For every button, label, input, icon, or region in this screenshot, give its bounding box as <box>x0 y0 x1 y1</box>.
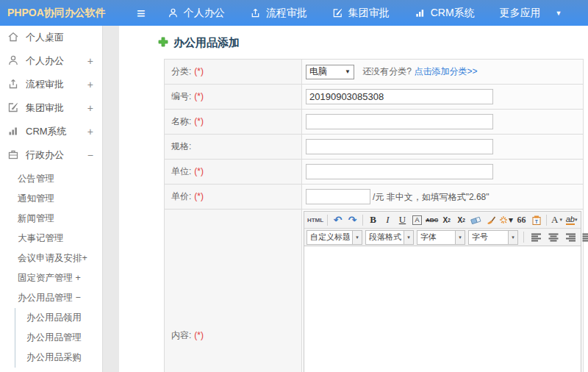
sidebar-item-personal-office[interactable]: 个人办公 + <box>0 49 102 73</box>
remove-format-button[interactable] <box>469 213 483 227</box>
nav-label: CRM系统 <box>431 7 475 20</box>
form-row-unit: 单位:(*) <box>165 160 584 185</box>
paragraph-format-select[interactable]: 段落格式▾ <box>365 230 414 245</box>
underline-button[interactable]: U <box>395 213 409 227</box>
font-color-button[interactable]: A▾ <box>550 213 564 227</box>
price-input[interactable] <box>306 189 370 204</box>
sidebar-item-admin-office[interactable]: 行政办公 − <box>0 143 102 167</box>
nav-workflow-approval[interactable]: 流程审批 <box>250 7 307 20</box>
price-format-hint: /元 非中文，如填写格式"2.68" <box>373 192 490 202</box>
nav-personal-office[interactable]: 个人办公 <box>168 7 225 20</box>
nav-group-approval[interactable]: 集团审批 <box>332 7 390 20</box>
bold-button[interactable]: B <box>366 213 380 227</box>
add-category-link[interactable]: 点击添加分类>> <box>414 66 477 76</box>
main-content: 办公用品添加 分类:(*) 电脑 ▼ 还没有分类? 点击添加分类>> 编号:(*… <box>119 26 588 372</box>
sidebar-item-notice-mgmt[interactable]: 通知管理 <box>18 189 102 209</box>
chart-icon <box>7 125 19 139</box>
paste-text-button[interactable]: T <box>529 213 543 227</box>
form-row-code: 编号:(*) <box>165 85 584 110</box>
expand-icon[interactable]: + <box>87 126 93 137</box>
undo-button[interactable]: ↶ <box>331 213 345 227</box>
category-select[interactable]: 电脑 ▼ <box>306 65 354 79</box>
required-mark: (*) <box>194 330 204 340</box>
home-icon <box>7 31 19 45</box>
superscript-button[interactable]: X2 <box>440 213 453 227</box>
sidebar-item-fixed-assets-mgmt[interactable]: 固定资产管理 + <box>18 268 102 288</box>
custom-title-select[interactable]: 自定义标题▾ <box>306 230 362 245</box>
highlight-glyph: ab <box>566 215 575 225</box>
sidebar-item-crm-system[interactable]: CRM系统 + <box>0 120 102 143</box>
category-selected-value: 电脑 <box>309 65 327 78</box>
sidebar-item-supplies-manage[interactable]: 办公用品管理 <box>26 328 102 348</box>
italic-button[interactable]: I <box>381 213 395 227</box>
required-mark: (*) <box>194 66 204 76</box>
menu-toggle-icon[interactable]: ≡ <box>137 6 146 21</box>
sidebar-item-supplies-purchase[interactable]: 办公用品采购 <box>26 348 102 368</box>
strikethrough-button[interactable]: ABC <box>425 213 439 227</box>
align-center-button[interactable] <box>546 230 560 244</box>
align-justify-button[interactable] <box>580 230 588 244</box>
subscript-button[interactable]: X2 <box>454 213 468 227</box>
align-left-button[interactable] <box>529 230 543 244</box>
expand-icon[interactable]: + <box>87 55 93 67</box>
sup-mark: 2 <box>448 218 451 223</box>
spec-input[interactable] <box>306 139 493 154</box>
collapse-icon[interactable]: − <box>87 149 93 161</box>
edit-icon <box>332 7 343 18</box>
caret-down-icon: ▾ <box>575 217 578 223</box>
caret-down-icon: ▼ <box>345 68 351 75</box>
sidebar-item-office-supplies-mgmt[interactable]: 办公用品管理 − <box>18 288 102 308</box>
sidebar-item-memorabilia-mgmt[interactable]: 大事记管理 <box>18 229 102 248</box>
sub-mark: 2 <box>462 218 465 223</box>
font-size-select[interactable]: 字号▾ <box>468 230 518 245</box>
nav-more-apps[interactable]: 更多应用 <box>500 7 541 20</box>
editor-content-area[interactable] <box>304 246 581 372</box>
required-mark: (*) <box>194 116 204 126</box>
field-label: 规格: <box>171 141 191 151</box>
auto-typeset-button[interactable]: ▾ <box>498 213 514 227</box>
field-label: 单位: <box>171 166 191 176</box>
sidebar-item-label: 个人办公 <box>26 54 64 68</box>
supply-add-form: 分类:(*) 电脑 ▼ 还没有分类? 点击添加分类>> 编号:(*) 名称:(*… <box>164 59 584 372</box>
editor-toolbar-row2: 自定义标题▾ 段落格式▾ 字体▾ 字号▾ <box>304 229 581 246</box>
blockquote-button[interactable]: 66 <box>514 213 528 227</box>
sidebar-item-meeting-mgmt[interactable]: 会议申请及安排+ <box>18 248 102 268</box>
sidebar-item-group-approval[interactable]: 集团审批 + <box>0 96 102 120</box>
toolbar-separator <box>327 215 328 226</box>
top-navbar: PHPOA协同办公软件 ≡ 个人办公 流程审批 集团审批 CRM系统 更多应用 … <box>0 0 588 26</box>
form-row-content: 内容:(*) HTML ↶ ↷ B I U A ABC X2 <box>165 210 584 372</box>
char-border-button[interactable]: A <box>410 213 424 227</box>
field-label: 单价: <box>171 191 191 201</box>
office-supplies-submenu: 办公用品领用 办公用品管理 办公用品采购 <box>15 308 102 368</box>
toolbar-separator <box>523 232 524 243</box>
sidebar-item-label: 集团审批 <box>26 101 64 115</box>
sup-base: X <box>442 216 448 224</box>
app-logo[interactable]: PHPOA协同办公软件 <box>0 7 112 20</box>
toolbar-separator <box>362 215 363 226</box>
format-brush-button[interactable] <box>484 213 498 227</box>
sidebar-item-announcement-mgmt[interactable]: 公告管理 <box>18 169 102 189</box>
expand-icon[interactable]: + <box>87 102 93 114</box>
sidebar-item-news-mgmt[interactable]: 新闻管理 <box>18 209 102 229</box>
sidebar-item-workflow-approval[interactable]: 流程审批 + <box>0 73 102 96</box>
font-color-glyph: A <box>551 214 558 226</box>
font-family-select[interactable]: 字体▾ <box>417 230 465 245</box>
toolbar-separator <box>546 215 547 226</box>
field-label: 名称: <box>171 116 191 126</box>
code-input[interactable] <box>306 89 493 104</box>
html-source-button[interactable]: HTML <box>306 213 324 227</box>
expand-icon[interactable]: + <box>87 79 93 90</box>
sidebar-item-supplies-claim[interactable]: 办公用品领用 <box>26 308 102 328</box>
highlight-color-button[interactable]: ab▾ <box>564 213 578 227</box>
paste-t-glyph: T <box>534 218 538 223</box>
sidebar-item-personal-desktop[interactable]: 个人桌面 <box>0 26 102 49</box>
nav-crm-system[interactable]: CRM系统 <box>415 7 475 20</box>
caret-down-icon: ▾ <box>352 231 362 244</box>
align-right-button[interactable] <box>563 230 577 244</box>
field-label: 内容: <box>171 330 191 340</box>
caret-down-icon[interactable]: ▼ <box>556 10 562 17</box>
name-input[interactable] <box>306 114 493 129</box>
required-mark: (*) <box>194 166 204 176</box>
redo-button[interactable]: ↷ <box>345 213 359 227</box>
unit-input[interactable] <box>306 164 493 179</box>
